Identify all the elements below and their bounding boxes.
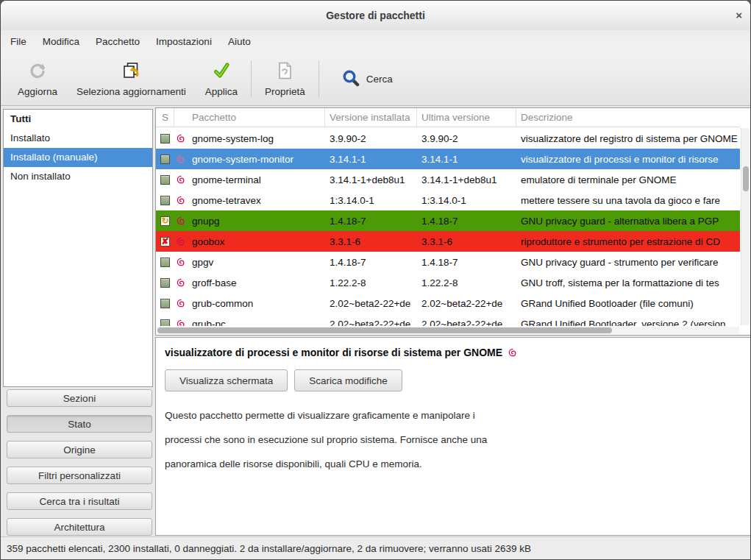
- table-row[interactable]: gpgv1.4.18-71.4.18-7GNU privacy guard - …: [156, 252, 740, 272]
- select-upgrades-icon: [121, 61, 140, 82]
- apply-label: Applica: [205, 86, 238, 97]
- package-description: visualizzatore del registro di sistema p…: [516, 133, 740, 144]
- installed-version: 2.02~beta2-22+de: [325, 298, 417, 309]
- filter-mode-button[interactable]: Sezioni: [7, 389, 152, 407]
- title-bar: Gestore di pacchetti ×: [1, 1, 750, 30]
- package-name: goobox: [188, 236, 325, 247]
- filter-item[interactable]: Installato: [4, 129, 152, 148]
- installed-status-icon: [160, 134, 170, 143]
- toolbar-separator: [251, 60, 252, 97]
- debian-swirl-icon: [508, 347, 518, 358]
- apply-checkmark-icon: [212, 61, 231, 82]
- column-header-package[interactable]: Pacchetto: [188, 108, 325, 127]
- table-row[interactable]: gnome-tetravex1:3.14.0-11:3.14.0-1metter…: [156, 190, 740, 210]
- sidebar: TuttiInstallatoInstallato (manuale)Non i…: [1, 106, 155, 538]
- debian-swirl-icon: [176, 174, 186, 185]
- download-changelog-button[interactable]: Scarica modifiche: [294, 369, 402, 391]
- details-description: Questo pacchetto permette di visualizzar…: [165, 408, 741, 471]
- view-screenshot-button[interactable]: Visualizza schermata: [165, 369, 288, 391]
- table-row[interactable]: gnome-system-monitor3.14.1-13.14.1-1visu…: [156, 149, 740, 169]
- column-header-installed-version[interactable]: Versione installata: [325, 108, 417, 127]
- table-row[interactable]: ↻gnupg1.4.18-71.4.18-7GNU privacy guard …: [156, 210, 740, 231]
- debian-swirl-icon: [176, 154, 186, 164]
- filter-mode-button[interactable]: Architettura: [7, 518, 152, 536]
- search-label: Cerca: [366, 74, 393, 85]
- latest-version: 2.02~beta2-22+de: [417, 319, 516, 327]
- table-row[interactable]: gnome-system-log3.9.90-23.9.90-2visualiz…: [156, 128, 740, 149]
- vertical-scrollbar[interactable]: [741, 128, 750, 325]
- upgrade-status-icon: ↻: [160, 216, 170, 226]
- debian-swirl-icon: [176, 133, 186, 143]
- latest-version: 1.4.18-7: [417, 257, 516, 268]
- package-name: grub-common: [188, 298, 325, 309]
- menu-bar: FileModificaPacchettoImpostazioniAiuto: [1, 30, 750, 52]
- menu-pacchetto[interactable]: Pacchetto: [88, 32, 148, 51]
- column-header-logo[interactable]: [174, 108, 188, 127]
- table-header: S Pacchetto Versione installata Ultima v…: [156, 108, 740, 127]
- latest-version: 3.14.1-1: [417, 154, 516, 165]
- window-title: Gestore di pacchetti: [1, 1, 750, 30]
- filter-item[interactable]: Non installato: [4, 167, 152, 186]
- filter-mode-button[interactable]: Stato: [7, 415, 152, 433]
- column-header-description[interactable]: Descrizione: [516, 108, 740, 127]
- debian-swirl-icon: [176, 298, 186, 308]
- installed-status-icon: [160, 155, 170, 164]
- horizontal-scrollbar[interactable]: [157, 327, 739, 334]
- package-description: mettere tessere su una tavola da gioco e…: [516, 195, 740, 206]
- package-description: GRand Unified Bootloader (file comuni): [516, 298, 740, 309]
- toolbar-separator: [318, 60, 319, 97]
- latest-version: 1.22.2-8: [417, 277, 516, 288]
- filter-mode-button[interactable]: Filtri personalizzati: [7, 467, 152, 484]
- properties-document-icon: [275, 61, 294, 82]
- refresh-button[interactable]: Aggiorna: [8, 56, 67, 102]
- installed-version: 3.14.1-1+deb8u1: [325, 174, 417, 185]
- filter-item[interactable]: Tutti: [4, 110, 152, 129]
- package-description: GRand Unified Bootloader, versione 2 (ve…: [516, 319, 740, 327]
- table-row[interactable]: ✘goobox3.3.1-63.3.1-6riproduttore e stru…: [156, 231, 740, 252]
- toolbar: Aggiorna Seleziona aggiornamenti Appli: [1, 52, 750, 106]
- installed-status-icon: [160, 258, 170, 267]
- package-name: grub-pc: [188, 319, 325, 327]
- details-description-line: panoramica delle risorse disponibili, qu…: [165, 457, 741, 471]
- filter-mode-button[interactable]: Cerca tra i risultati: [7, 492, 152, 510]
- details-description-line: processi che sono in esecuzione sul prop…: [165, 433, 741, 447]
- close-icon[interactable]: ×: [736, 1, 742, 30]
- table-row[interactable]: groff-base1.22.2-81.22.2-8GNU troff, sis…: [156, 272, 740, 293]
- details-title-row: visualizzatore di processi e monitor di …: [165, 347, 741, 358]
- package-description: riproduttore e strumento per estrazione …: [516, 236, 740, 247]
- package-name: gnome-system-log: [188, 133, 325, 144]
- column-header-latest-version[interactable]: Ultima versione: [417, 108, 516, 127]
- properties-button[interactable]: Proprietà: [255, 56, 315, 102]
- package-name: gpgv: [188, 257, 325, 268]
- package-description: GNU troff, sistema per la formattazione …: [516, 277, 740, 288]
- search-icon: [342, 69, 360, 89]
- package-manager-window: Gestore di pacchetti × FileModificaPacch…: [0, 0, 751, 560]
- debian-swirl-icon: [176, 257, 186, 267]
- debian-swirl-icon: [176, 195, 186, 205]
- latest-version: 2.02~beta2-22+de: [417, 298, 516, 309]
- table-row[interactable]: grub-common2.02~beta2-22+de2.02~beta2-22…: [156, 293, 740, 313]
- menu-modifica[interactable]: Modifica: [35, 32, 88, 51]
- installed-version: 2.02~beta2-22+de: [325, 319, 417, 327]
- installed-version: 1:3.14.0-1: [325, 195, 417, 206]
- horizontal-scrollbar-thumb[interactable]: [157, 327, 612, 333]
- vertical-scrollbar-thumb[interactable]: [743, 166, 749, 191]
- mark-upgrades-button[interactable]: Seleziona aggiornamenti: [67, 56, 196, 102]
- installed-status-icon: [160, 196, 170, 205]
- filter-item[interactable]: Installato (manuale): [4, 148, 152, 167]
- column-header-status[interactable]: S: [156, 108, 174, 127]
- menu-file[interactable]: File: [2, 32, 35, 51]
- table-row[interactable]: grub-pc2.02~beta2-22+de2.02~beta2-22+deG…: [156, 313, 740, 326]
- search-button[interactable]: Cerca: [333, 63, 402, 95]
- menu-impostazioni[interactable]: Impostazioni: [148, 32, 220, 51]
- menu-aiuto[interactable]: Aiuto: [220, 32, 259, 51]
- table-row[interactable]: gnome-terminal3.14.1-1+deb8u13.14.1-1+de…: [156, 169, 740, 190]
- details-title: visualizzatore di processi e monitor di …: [165, 347, 502, 358]
- filter-mode-button[interactable]: Origine: [7, 441, 152, 458]
- installed-version: 1.22.2-8: [325, 277, 417, 288]
- installed-version: 1.4.18-7: [325, 257, 417, 268]
- remove-status-icon: ✘: [160, 237, 170, 247]
- filter-mode-buttons: SezioniStatoOrigineFiltri personalizzati…: [7, 389, 152, 536]
- apply-button[interactable]: Applica: [196, 56, 247, 102]
- package-description: visualizzatore di processi e monitor di …: [516, 154, 740, 165]
